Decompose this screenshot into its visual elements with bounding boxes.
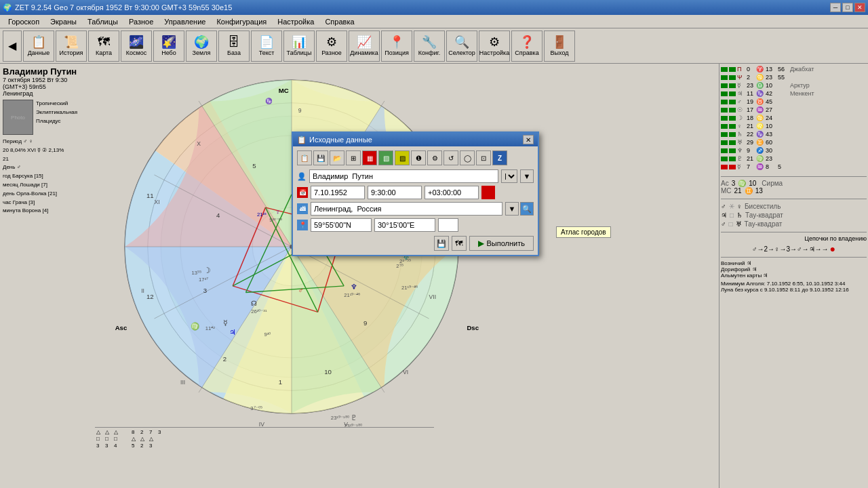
- app-icon: 🌍: [3, 3, 12, 12]
- luna-info: Луна без курса с 9.10.1952 8:11 до 9.10.…: [721, 287, 867, 293]
- grid-content: △△△8273 □□□△△△ 334523: [95, 428, 434, 450]
- minimize-button[interactable]: ─: [830, 3, 841, 12]
- save-btn[interactable]: 💾: [434, 236, 449, 251]
- toolbar-btn-динамика[interactable]: 📈Динамика: [349, 30, 380, 62]
- place-btn-blue[interactable]: 🔍: [520, 202, 534, 216]
- dialog-close-button[interactable]: ✕: [523, 135, 534, 144]
- svg-text:III: III: [180, 379, 185, 386]
- planet-row-3: ☿ 23 ♎ 10 Арктур: [721, 81, 867, 89]
- source-data-dialog: 📋 Исходные данные ✕ 📋 💾 📂 ⊞ ▦ ▧ ▨ ❶ ⚙ ↺ …: [292, 131, 539, 256]
- close-button[interactable]: ✕: [854, 3, 865, 12]
- toolbar-btn-конфиг.[interactable]: 🔧Конфиг.: [414, 30, 445, 62]
- dlg-btn-4[interactable]: ⊞: [346, 150, 361, 165]
- lon-input[interactable]: [374, 218, 435, 232]
- toolbar-btn-выход[interactable]: 🚪Выход: [544, 30, 575, 62]
- toolbar-btn-селектор[interactable]: 🔍Селектор: [446, 30, 477, 62]
- svg-text:3⁷⁻⁰⁵: 3⁷⁻⁰⁵: [250, 405, 262, 411]
- title-bar: 🌍 ZET 9.2.54 Geo 7 октября 1952 Вт 9:30:…: [0, 0, 868, 15]
- vozniciy: Возничий ♃: [721, 260, 867, 266]
- svg-text:MC: MC: [279, 87, 289, 94]
- dlg-btn-9[interactable]: ⚙: [427, 150, 442, 165]
- dialog-button-row: 💾 🗺 ▶ Выполнить: [297, 236, 534, 251]
- toolbar-btn-позиция[interactable]: 📍Позиция: [381, 30, 412, 62]
- execute-button[interactable]: ▶ Выполнить: [469, 236, 534, 251]
- toolbar-btn-справка[interactable]: ❓Справка: [511, 30, 542, 62]
- restore-button[interactable]: □: [842, 3, 853, 12]
- svg-text:☽: ☽: [203, 266, 211, 274]
- asc-mc-section: Ас 3 ♍ 10 Сирма МС 21 ♊ 13: [721, 176, 867, 195]
- bottom-info: Возничий ♃ Дорифорий ♃ Альмутен карты ♃ …: [721, 257, 867, 293]
- sex-dropdown[interactable]: ▼: [520, 169, 534, 183]
- chains-section: Цепочки по владению ♂→2→♀→3→♂→♃→→ ●: [721, 232, 867, 254]
- tz-input[interactable]: [425, 186, 479, 199]
- dlg-btn-1[interactable]: 📋: [297, 150, 312, 165]
- alt-input[interactable]: [438, 218, 458, 232]
- svg-text:♃: ♃: [229, 328, 236, 336]
- toolbar-btn-история[interactable]: 📜История: [56, 30, 87, 62]
- window-controls[interactable]: ─ □ ✕: [830, 3, 865, 12]
- place-dropdown[interactable]: ▼: [505, 202, 519, 216]
- menu-item-настройка[interactable]: Настройка: [272, 17, 319, 26]
- menu-item-конфигурация[interactable]: Конфигурация: [211, 17, 272, 26]
- calendar-icon: 📅: [297, 187, 308, 198]
- svg-text:VII: VII: [429, 293, 437, 300]
- extra-info: Период ♂ ♀ 20 8,04% XVI ☿ ② 2,13% 21 Ден…: [3, 138, 92, 216]
- menu-item-разное[interactable]: Разное: [123, 17, 159, 26]
- dlg-btn-8[interactable]: ❶: [411, 150, 426, 165]
- place-row: 🏙 ▼ 🔍: [297, 202, 534, 216]
- aspects-section: ♂ ⚹ ♀ Бисекстиль ♃ □ ♄ Тау-квадрат ♂ □ ♅…: [721, 199, 867, 228]
- back-button[interactable]: ◀: [3, 30, 22, 62]
- svg-text:☿: ☿: [223, 319, 228, 327]
- dlg-btn-10[interactable]: ↺: [443, 150, 458, 165]
- svg-text:♆: ♆: [351, 283, 357, 291]
- svg-text:23¹⁹⁻¹⁸⁰: 23¹⁹⁻¹⁸⁰: [331, 415, 349, 421]
- toolbar-btn-данные[interactable]: 📋Данные: [23, 30, 54, 62]
- right-panel: П 0 ♈ 13 56 Джабхат Ψ 2 ♋ 23 55 ☿: [719, 64, 868, 488]
- time-input[interactable]: [368, 186, 422, 199]
- svg-text:10: 10: [324, 368, 332, 375]
- dialog-icon: 📋: [297, 136, 307, 144]
- toolbar-btn-таблицы[interactable]: 📊Таблицы: [283, 30, 315, 62]
- menu-item-справка[interactable]: Справка: [319, 17, 359, 26]
- red-indicator: [481, 186, 495, 199]
- svg-text:26²⁰⁻³¹: 26²⁰⁻³¹: [251, 308, 267, 314]
- toolbar-btn-настройка[interactable]: ⚙Настройка: [479, 30, 510, 62]
- svg-text:9³⁰: 9³⁰: [264, 331, 271, 338]
- svg-text:II: II: [141, 287, 144, 294]
- toolbar-btn-небо[interactable]: 🌠Небо: [153, 30, 184, 62]
- menu-item-экраны[interactable]: Экраны: [45, 17, 82, 26]
- chart-info: Тропический Эклиптикальная Плацидус: [36, 100, 77, 135]
- menu-item-управление[interactable]: Управление: [159, 17, 211, 26]
- lat-input[interactable]: [311, 218, 372, 232]
- menu-item-гороскоп[interactable]: Гороскоп: [3, 17, 45, 26]
- planet-row-6: ☉ 17 ♒ 27: [721, 106, 867, 114]
- date-input[interactable]: [311, 186, 365, 199]
- svg-text:21¹⁹⁻⁴⁶: 21¹⁹⁻⁴⁶: [344, 292, 360, 298]
- toolbar-btn-земля[interactable]: 🌍Земля: [186, 30, 217, 62]
- dialog-title-bar: 📋 Исходные данные ✕: [293, 133, 538, 146]
- algol-info: Минимум Алголя: 7.10.1952 6:55, 10.10.19…: [721, 281, 867, 287]
- svg-text:2: 2: [223, 355, 226, 363]
- dlg-btn-6[interactable]: ▧: [378, 150, 393, 165]
- menu-item-таблицы[interactable]: Таблицы: [82, 17, 123, 26]
- name-input[interactable]: [309, 169, 498, 183]
- dlg-btn-12[interactable]: ⊡: [476, 150, 491, 165]
- dlg-btn-3[interactable]: 📂: [330, 150, 344, 165]
- svg-text:11⁴²: 11⁴²: [205, 325, 216, 331]
- dlg-btn-5[interactable]: ▦: [362, 150, 377, 165]
- toolbar-btn-текст[interactable]: 📄Текст: [251, 30, 282, 62]
- map-btn[interactable]: 🗺: [452, 236, 467, 251]
- dlg-btn-2[interactable]: 💾: [313, 150, 328, 165]
- svg-text:21²³: 21²³: [257, 211, 267, 218]
- place-input[interactable]: [311, 202, 502, 216]
- sex-select[interactable]: М Ж: [501, 169, 517, 183]
- dlg-btn-7[interactable]: ▨: [395, 150, 410, 165]
- toolbar-btn-карта[interactable]: 🗺Карта: [88, 30, 119, 62]
- planet-row-11: ♆ 9 ♐ 30: [721, 146, 867, 155]
- dlg-btn-11[interactable]: ◯: [460, 150, 475, 165]
- atlas-tooltip: Атлас городов: [556, 226, 611, 238]
- dlg-btn-z[interactable]: Z: [492, 150, 507, 165]
- toolbar-btn-база[interactable]: 🗄База: [218, 30, 250, 62]
- toolbar-btn-разное[interactable]: ⚙Разное: [316, 30, 347, 62]
- toolbar-btn-космос[interactable]: 🌌Космос: [121, 30, 152, 62]
